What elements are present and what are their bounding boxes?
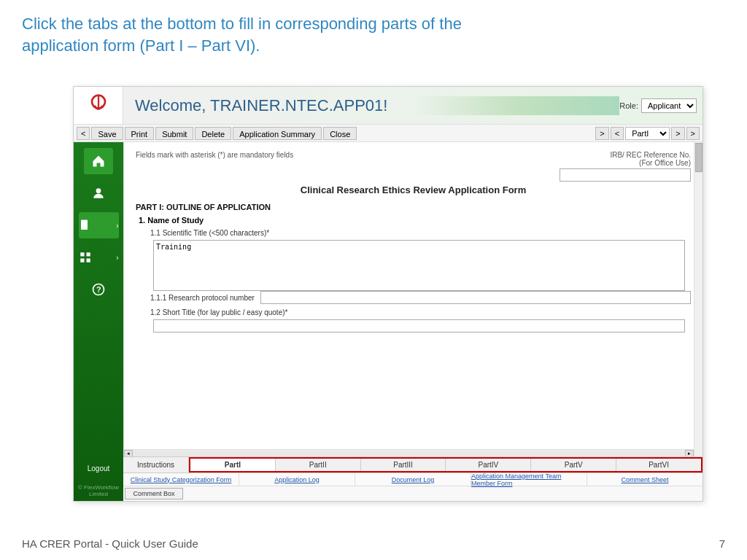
chevron-right-icon2: › (116, 254, 118, 262)
svg-rect-8 (86, 252, 90, 256)
highlighted-tabs-group: PartI PartII PartIII PartIV PartV PartVI (189, 457, 703, 472)
tab-part5[interactable]: PartV (531, 459, 616, 471)
comment-box-row: Comment Box (123, 486, 703, 501)
role-label: Role: (619, 101, 638, 110)
logo-area (74, 87, 123, 125)
h-scroll-track (133, 451, 685, 456)
app-summary-button[interactable]: Application Summary (233, 127, 322, 140)
sidebar-item-user[interactable] (84, 180, 113, 206)
secondary-tab-doclog[interactable]: Document Log (355, 473, 471, 486)
secondary-tab-categorization[interactable]: Clinical Study Categorization Form (123, 473, 239, 486)
help-icon: ? (91, 282, 106, 297)
h-scroll-right[interactable]: ▸ (685, 450, 694, 457)
page-number: 7 (719, 537, 725, 550)
toolbar-nav-right-arrow[interactable]: > (671, 127, 684, 140)
page-footer: HA CRER Portal - Quick User Guide 7 (22, 537, 725, 550)
sidebar-item-help[interactable]: ? (84, 276, 113, 303)
sidebar: › › ? Logout © FlexWorkflow Limited (74, 142, 123, 501)
toolbar-nav-right[interactable]: > (686, 127, 700, 140)
form-area: Fields mark with asterisk (*) are mandat… (123, 142, 703, 456)
svg-text:?: ? (96, 285, 101, 294)
tab-part2[interactable]: PartII (276, 459, 361, 471)
delete-button[interactable]: Delete (195, 127, 231, 140)
field-1-2-input[interactable] (153, 319, 685, 332)
copyright-text: © FlexWorkflow Limited (74, 484, 123, 501)
irb-row: Fields mark with asterisk (*) are mandat… (136, 151, 691, 182)
part-select-dropdown[interactable]: PartI PartII PartIII PartIV PartV PartVI (625, 127, 670, 140)
tab-instructions[interactable]: Instructions (123, 457, 189, 472)
instruction-line2: application form (Part I – Part VI). (22, 36, 260, 55)
svg-point-2 (96, 188, 101, 193)
field-1-1-1-row: 1.1.1 Research protocol number (150, 291, 691, 304)
field-1-2-label: 1.2 Short Title (for lay public / easy q… (150, 308, 691, 316)
home-icon (91, 154, 106, 168)
app-header: Welcome, TRAINER.NTEC.APP01! Role: Appli… (74, 87, 703, 125)
toolbar: < Save Print Submit Delete Application S… (74, 125, 703, 142)
name-of-study-heading: 1. Name of Study (139, 216, 691, 225)
grid-icon (79, 251, 92, 264)
form-inner: Fields mark with asterisk (*) are mandat… (124, 142, 703, 456)
irb-input[interactable] (560, 168, 691, 182)
section-heading: PART I: OUTLINE OF APPLICATION (136, 203, 691, 211)
close-button[interactable]: Close (323, 127, 357, 140)
user-icon (91, 186, 106, 201)
fields-note: Fields mark with asterisk (*) are mandat… (136, 151, 293, 163)
tab-part6[interactable]: PartVI (616, 459, 701, 471)
form-title: Clinical Research Ethics Review Applicat… (136, 184, 691, 195)
print-button[interactable]: Print (125, 127, 155, 140)
field-1-1-1-input[interactable] (260, 291, 691, 304)
logout-button[interactable]: Logout (88, 464, 110, 472)
toolbar-nav-forward[interactable]: > (595, 127, 608, 140)
chevron-right-icon: › (116, 222, 118, 230)
toolbar-right: > < PartI PartII PartIII PartIV PartV Pa… (595, 127, 700, 140)
tab-part3[interactable]: PartIII (361, 459, 446, 471)
svg-rect-10 (86, 259, 90, 262)
h-scroll-left[interactable]: ◂ (124, 450, 133, 457)
secondary-tab-applog[interactable]: Application Log (239, 473, 355, 486)
submit-button[interactable]: Submit (155, 127, 193, 140)
role-select[interactable]: Applicant (641, 98, 697, 113)
screenshot-container: Welcome, TRAINER.NTEC.APP01! Role: Appli… (73, 86, 703, 502)
scroll-track[interactable] (694, 142, 703, 456)
irb-area: IRB/ REC Reference No.(For Office Use) (560, 151, 691, 182)
role-area: Role: Applicant (619, 98, 703, 113)
field-1-1-input[interactable]: Training (153, 240, 685, 291)
scroll-thumb[interactable] (695, 143, 703, 172)
field-1-1-1-label: 1.1.1 Research protocol number (150, 294, 255, 302)
secondary-tabs-row: Clinical Study Categorization Form Appli… (123, 473, 703, 486)
instruction-line1: Click the tabs at the bottom to fill in … (22, 15, 462, 33)
bottom-tabs: Instructions PartI PartII PartIII PartIV… (123, 456, 703, 501)
field-1-1-label: 1.1 Scientific Title (<500 characters)* (150, 229, 691, 237)
footer-text: HA CRER Portal - Quick User Guide (22, 537, 198, 550)
sidebar-item-document[interactable]: › (79, 212, 119, 238)
save-button[interactable]: Save (91, 127, 123, 140)
svg-rect-9 (80, 259, 84, 262)
svg-rect-7 (80, 252, 84, 256)
document-icon (79, 219, 92, 232)
comment-box-tab[interactable]: Comment Box (125, 488, 183, 499)
main-content: Fields mark with asterisk (*) are mandat… (123, 142, 703, 501)
irb-label: IRB/ REC Reference No.(For Office Use) (610, 151, 691, 167)
instruction-text: Click the tabs at the bottom to fill in … (22, 13, 725, 56)
header-center: Welcome, TRAINER.NTEC.APP01! (123, 96, 619, 115)
nav-back-button[interactable]: < (77, 127, 90, 140)
horizontal-scrollbar: ◂ ▸ (124, 449, 694, 456)
sidebar-item-home[interactable] (84, 148, 113, 174)
logo-icon (85, 93, 112, 119)
sidebar-item-grid[interactable]: › (79, 244, 119, 271)
tab-part1[interactable]: PartI (190, 459, 276, 471)
secondary-tab-comment[interactable]: Comment Sheet (587, 473, 703, 486)
main-tabs-row: Instructions PartI PartII PartIII PartIV… (123, 457, 703, 473)
secondary-tab-mgmt[interactable]: Application Management Team Member Form (471, 473, 587, 486)
tab-part4[interactable]: PartIV (446, 459, 531, 471)
toolbar-nav-left[interactable]: < (611, 127, 624, 140)
header-bg (415, 96, 619, 115)
